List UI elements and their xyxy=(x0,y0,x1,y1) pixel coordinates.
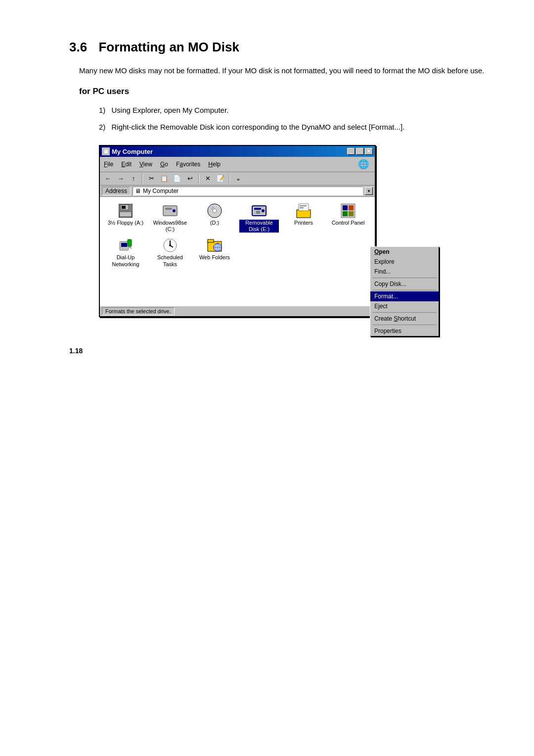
icon-dialup[interactable]: Dial-Up Networking xyxy=(106,237,145,267)
svg-rect-18 xyxy=(300,207,304,208)
close-button[interactable]: ✕ xyxy=(365,148,373,155)
step-2-num: 2) xyxy=(99,123,105,131)
svg-rect-21 xyxy=(349,205,354,210)
control-panel-icon-img xyxy=(340,203,356,219)
step-2-text: Right-click the Removable Disk icon corr… xyxy=(112,123,405,131)
svg-rect-33 xyxy=(208,239,214,242)
ctx-open[interactable]: Open xyxy=(370,247,439,257)
ctx-eject[interactable]: Eject xyxy=(370,301,439,311)
svg-point-6 xyxy=(173,209,176,212)
menu-go[interactable]: Go xyxy=(156,160,172,169)
svg-point-8 xyxy=(213,209,217,213)
menu-file[interactable]: File xyxy=(100,160,117,169)
cut-button[interactable]: ✂ xyxy=(145,173,157,184)
icon-area: 3½ Floppy (A:) Windows98se (C:) xyxy=(100,197,375,306)
icon-removable[interactable]: Removable Disk (E:) xyxy=(239,203,279,233)
properties-button[interactable]: 📝 xyxy=(215,173,226,184)
control-panel-label: Control Panel xyxy=(332,220,365,226)
up-button[interactable]: ↑ xyxy=(128,173,139,184)
icon-scheduled-tasks[interactable]: Scheduled Tasks xyxy=(150,237,190,267)
back-button[interactable]: ← xyxy=(102,173,114,184)
statusbar: Formats the selected drive. xyxy=(100,306,375,316)
paste-button[interactable]: 📄 xyxy=(171,173,183,184)
page: 3.6 Formatting an MO Disk Many new MO di… xyxy=(0,0,534,394)
more-button[interactable]: » xyxy=(232,173,244,184)
floppy-icon-img xyxy=(118,203,134,219)
hdd-svg xyxy=(162,204,178,218)
separator-2 xyxy=(198,174,199,184)
icon-web-folders[interactable]: Web Folders xyxy=(195,237,234,267)
icon-hdd[interactable]: Windows98se (C:) xyxy=(150,203,190,233)
forward-button[interactable]: → xyxy=(115,173,127,184)
ctx-find[interactable]: Find... xyxy=(370,267,439,277)
icon-control-panel[interactable]: Control Panel xyxy=(328,203,368,233)
icon-cdrom[interactable]: (D:) xyxy=(195,203,234,233)
ctx-create-shortcut[interactable]: Create Shortcut xyxy=(370,314,439,324)
dialup-icon-img xyxy=(118,237,134,253)
svg-rect-5 xyxy=(165,208,172,210)
ctx-format[interactable]: Format... xyxy=(370,291,439,301)
toolbar: ← → ↑ ✂ 📋 📄 ↩ ✕ 📝 » xyxy=(100,172,375,186)
address-value: My Computer xyxy=(143,188,178,194)
ctx-sep-4 xyxy=(372,325,437,325)
context-menu: Open Explore Find... Copy Disk... Format… xyxy=(370,246,439,336)
menu-help[interactable]: Help xyxy=(204,160,224,169)
copy-button[interactable]: 📋 xyxy=(158,173,170,184)
web-folders-svg xyxy=(207,237,222,253)
section-number: 3.6 xyxy=(69,40,87,54)
cdrom-label: (D:) xyxy=(210,220,219,226)
section-title: 3.6 Formatting an MO Disk xyxy=(69,40,485,55)
step-2: 2) Right-click the Removable Disk icon c… xyxy=(99,121,485,133)
menu-view[interactable]: View xyxy=(135,160,156,169)
cdrom-svg xyxy=(207,203,222,219)
ctx-properties[interactable]: Properties xyxy=(370,326,439,336)
svg-rect-20 xyxy=(343,205,348,210)
web-folders-label: Web Folders xyxy=(199,254,230,261)
titlebar-buttons[interactable]: _ □ ✕ xyxy=(347,148,373,155)
ctx-copy-disk[interactable]: Copy Disk... xyxy=(370,279,439,289)
ctx-sep-1 xyxy=(372,278,437,278)
body-text: Many new MO disks may not be formatted. … xyxy=(79,65,485,77)
svg-rect-17 xyxy=(300,205,307,206)
step-1-num: 1) xyxy=(99,106,105,114)
printers-icon-img xyxy=(296,203,312,219)
address-dropdown[interactable]: ▼ xyxy=(365,187,373,195)
floppy-label: 3½ Floppy (A:) xyxy=(108,220,143,226)
undo-button[interactable]: ↩ xyxy=(184,173,196,184)
icon-floppy[interactable]: 3½ Floppy (A:) xyxy=(106,203,145,233)
separator-1 xyxy=(142,174,143,184)
removable-svg xyxy=(251,204,267,218)
status-text: Formats the selected drive. xyxy=(102,307,175,315)
ctx-sep-2 xyxy=(372,290,437,290)
svg-point-12 xyxy=(262,209,265,212)
ctx-explore[interactable]: Explore xyxy=(370,257,439,267)
removable-label: Removable Disk (E:) xyxy=(239,220,279,233)
dialup-label: Dial-Up Networking xyxy=(106,254,145,267)
address-value-area[interactable]: 🖥 My Computer xyxy=(133,187,363,195)
svg-rect-2 xyxy=(122,206,126,209)
icon-printers[interactable]: Printers xyxy=(284,203,323,233)
svg-rect-13 xyxy=(256,211,260,214)
svg-rect-22 xyxy=(343,211,348,216)
svg-line-27 xyxy=(129,246,132,248)
minimize-button[interactable]: _ xyxy=(347,148,355,155)
address-icon: 🖥 xyxy=(135,188,141,194)
menu-favorites[interactable]: Favorites xyxy=(172,160,204,169)
svg-rect-23 xyxy=(349,211,354,216)
delete-button[interactable]: ✕ xyxy=(202,173,214,184)
control-panel-svg xyxy=(340,203,356,219)
section-title-text: Formatting an MO Disk xyxy=(98,40,239,54)
maximize-button[interactable]: □ xyxy=(356,148,364,155)
cdrom-icon-img xyxy=(207,203,222,219)
page-number: 1.18 xyxy=(69,347,485,355)
scheduled-tasks-label: Scheduled Tasks xyxy=(150,254,190,267)
step-1: 1) Using Explorer, open My Computer. xyxy=(99,104,485,116)
menu-edit[interactable]: Edit xyxy=(117,160,135,169)
steps-list: 1) Using Explorer, open My Computer. 2) … xyxy=(99,104,485,133)
menu-icon-area: 🌐 xyxy=(354,158,375,171)
window-title: My Computer xyxy=(112,148,153,155)
my-computer-window: 🖥 My Computer _ □ ✕ File Edit View Go Fa… xyxy=(99,145,376,317)
ctx-sep-3 xyxy=(372,312,437,313)
svg-rect-25 xyxy=(121,243,127,247)
separator-3 xyxy=(229,174,230,184)
